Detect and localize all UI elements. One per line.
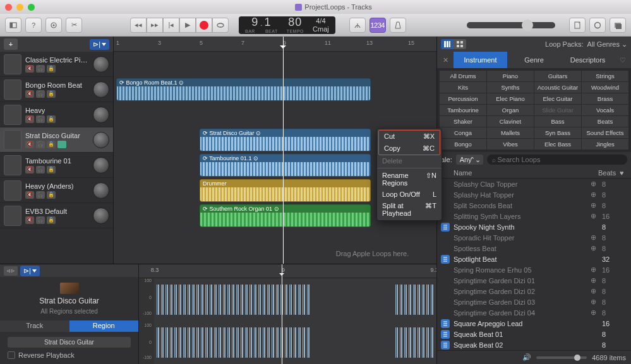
media-browser-button[interactable] bbox=[610, 18, 626, 33]
solo-button[interactable]: 🎧 bbox=[36, 115, 45, 123]
loop-category[interactable]: Elec Bass bbox=[534, 139, 581, 150]
loop-category[interactable]: Elec Guitar bbox=[534, 93, 581, 104]
scissors-button[interactable]: ✂ bbox=[66, 18, 82, 33]
lcd-display[interactable]: 9 . 1BARBEAT 80TEMPO 4/4Cmaj bbox=[239, 16, 335, 34]
add-track-button[interactable]: + bbox=[4, 38, 18, 50]
waveform-editor[interactable]: 8.399.3 1000-1001000-100 bbox=[139, 264, 436, 364]
context-menu-item[interactable]: Split at Playhead⌘T bbox=[377, 200, 442, 219]
solo-button[interactable]: 🎧 bbox=[36, 166, 45, 173]
loop-category[interactable]: Tambourine bbox=[440, 105, 486, 115]
master-volume-slider[interactable] bbox=[467, 22, 555, 28]
download-icon[interactable]: ⊕ bbox=[591, 212, 598, 220]
go-to-start-button[interactable]: |◂ bbox=[163, 18, 179, 33]
mute-button[interactable]: 🔇 bbox=[25, 115, 34, 123]
loop-row[interactable]: Splashy Clap Topper ⊕ 8 bbox=[437, 179, 631, 189]
loop-category[interactable]: Acoustic Guitar bbox=[534, 82, 581, 93]
region[interactable]: ⟳ Bongo Room Beat.1 ⊙ bbox=[116, 78, 371, 101]
zoom-window-icon[interactable] bbox=[28, 4, 35, 11]
track-header[interactable]: Heavy (Anders) 🔇 🎧 🔒 bbox=[0, 178, 113, 203]
loop-category[interactable]: Bass bbox=[534, 116, 581, 127]
loop-category[interactable]: Syn Bass bbox=[534, 127, 581, 138]
loop-browser-button[interactable] bbox=[589, 18, 606, 33]
loop-category[interactable]: Guitars bbox=[534, 71, 581, 81]
loop-category[interactable]: Elec Piano bbox=[487, 93, 534, 104]
loop-row[interactable]: Splashy Hat Topper ⊕ 8 bbox=[437, 189, 631, 200]
loop-row[interactable]: Springtime Garden Dizi 01 ⊕ 8 bbox=[437, 275, 631, 286]
loop-browser-tab[interactable]: Descriptors bbox=[561, 52, 615, 68]
loop-browser-tab[interactable]: Instrument bbox=[454, 52, 507, 68]
loop-row[interactable]: Splitting Synth Layers ⊕ 16 bbox=[437, 211, 631, 221]
metronome-button[interactable] bbox=[390, 18, 406, 33]
loop-row[interactable]: Spotlight Beat 32 bbox=[437, 254, 631, 264]
notepad-button[interactable] bbox=[569, 18, 586, 33]
lock-button[interactable]: 🔒 bbox=[47, 65, 56, 73]
loop-category[interactable]: Percussion bbox=[440, 93, 486, 104]
context-menu-item[interactable]: Copy⌘C bbox=[379, 143, 440, 155]
loop-col-name[interactable]: Name bbox=[454, 169, 586, 177]
mute-button[interactable]: 🔇 bbox=[25, 90, 34, 98]
track-filter-button[interactable]: ⊳| bbox=[90, 39, 109, 50]
loop-category[interactable]: Piano bbox=[487, 71, 534, 81]
context-menu-item[interactable]: Loop On/OffL bbox=[377, 189, 442, 200]
minimize-window-icon[interactable] bbox=[16, 4, 23, 11]
editor-view-button[interactable]: ⊲⊳ bbox=[4, 266, 18, 276]
solo-button[interactable]: 🎧 bbox=[36, 65, 45, 73]
volume-knob[interactable] bbox=[93, 208, 109, 224]
volume-knob[interactable] bbox=[93, 107, 109, 123]
editor-tab[interactable]: Region bbox=[69, 320, 139, 332]
download-icon[interactable]: ⊕ bbox=[591, 287, 598, 295]
download-icon[interactable]: ⊕ bbox=[591, 191, 598, 199]
region[interactable]: ⟳ Tambourine 01.1 ⊙ bbox=[200, 154, 371, 177]
track-header[interactable]: Classic Electric Piano 🔇 🎧 🔒 bbox=[0, 52, 113, 77]
track-header[interactable]: EVB3 Default 🔇 🎧 🔒 bbox=[0, 203, 113, 228]
volume-knob[interactable] bbox=[93, 81, 109, 98]
download-icon[interactable]: ⊕ bbox=[591, 201, 598, 209]
loop-category[interactable]: Clavinet bbox=[487, 116, 534, 127]
editor-tab[interactable]: Track bbox=[0, 320, 69, 332]
download-icon[interactable]: ⊕ bbox=[591, 180, 598, 188]
mute-button[interactable]: 🔇 bbox=[25, 141, 34, 148]
loop-category[interactable]: Woodwind bbox=[582, 82, 628, 93]
track-header[interactable]: Bongo Room Beat 🔇 🎧 🔒 bbox=[0, 77, 113, 102]
region-name-field[interactable]: Strat Disco Guitar bbox=[8, 337, 131, 348]
reverse-playback-checkbox[interactable]: Reverse Playback bbox=[8, 351, 131, 359]
region[interactable]: ⟳ Southern Rock Organ 01 ⊙ bbox=[200, 204, 371, 227]
region[interactable]: ⟳ Strat Disco Guitar ⊙ bbox=[200, 129, 371, 151]
volume-knob[interactable] bbox=[93, 56, 109, 73]
solo-button[interactable]: 🎧 bbox=[36, 191, 45, 199]
download-icon[interactable]: ⊕ bbox=[591, 308, 598, 317]
download-icon[interactable]: ⊕ bbox=[591, 244, 598, 252]
loop-search-input[interactable]: ⌕ Search Loops bbox=[487, 155, 627, 165]
context-menu-item[interactable]: Cut⌘X bbox=[379, 131, 440, 143]
loop-row[interactable]: Squeak Beat 02 8 bbox=[437, 339, 631, 350]
loop-row[interactable]: Split Seconds Beat ⊕ 8 bbox=[437, 200, 631, 211]
input-monitor[interactable] bbox=[57, 141, 66, 148]
close-window-icon[interactable] bbox=[5, 4, 12, 11]
loop-row[interactable]: Springtime Garden Dizi 03 ⊕ 8 bbox=[437, 296, 631, 307]
download-icon[interactable]: ⊕ bbox=[591, 266, 598, 274]
loop-category[interactable]: Organ bbox=[487, 105, 534, 115]
download-icon[interactable]: ⊕ bbox=[591, 276, 598, 285]
loop-row[interactable]: Springtime Garden Dizi 02 ⊕ 8 bbox=[437, 286, 631, 296]
lock-button[interactable]: 🔒 bbox=[47, 141, 56, 148]
mute-button[interactable]: 🔇 bbox=[25, 191, 34, 199]
lock-button[interactable]: 🔒 bbox=[47, 166, 56, 173]
loop-category[interactable]: Bongo bbox=[440, 139, 486, 150]
lock-button[interactable]: 🔒 bbox=[47, 216, 56, 224]
forward-button[interactable]: ▸▸ bbox=[147, 18, 163, 33]
editor-playhead[interactable] bbox=[282, 264, 282, 364]
loop-category[interactable]: Jingles bbox=[582, 139, 628, 150]
loop-view-segmented[interactable] bbox=[441, 39, 466, 49]
loop-row[interactable]: Spooky Night Synth 8 bbox=[437, 221, 631, 232]
record-button[interactable] bbox=[196, 18, 212, 33]
loop-row[interactable]: Springtime Garden Dizi 04 ⊕ 8 bbox=[437, 307, 631, 318]
button-view-icon[interactable] bbox=[454, 39, 466, 49]
loop-category[interactable]: Kits bbox=[440, 82, 486, 93]
playhead[interactable] bbox=[283, 37, 284, 264]
cycle-button[interactable] bbox=[212, 18, 229, 33]
volume-knob[interactable] bbox=[93, 157, 109, 173]
solo-button[interactable]: 🎧 bbox=[36, 141, 45, 148]
loop-category[interactable]: Vocals bbox=[582, 105, 628, 115]
context-menu-item[interactable]: Rename Regions⇧N bbox=[377, 170, 442, 189]
loop-category[interactable]: Sound Effects bbox=[582, 127, 628, 138]
